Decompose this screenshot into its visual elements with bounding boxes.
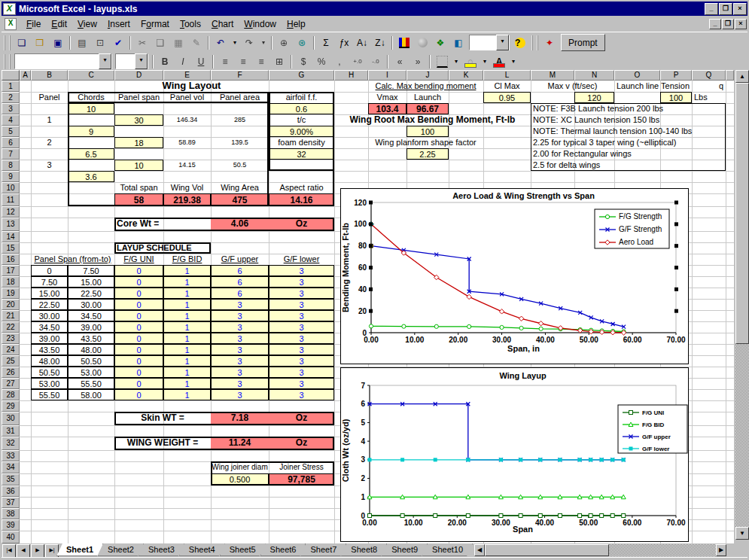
cell-D10[interactable]: Total span bbox=[114, 182, 163, 193]
cell-F22[interactable]: 3 bbox=[211, 321, 269, 333]
cell-F16[interactable]: G/F upper bbox=[211, 254, 269, 265]
cell-G3[interactable]: 0.6 bbox=[269, 103, 334, 114]
cell-G10[interactable]: Aspect ratio bbox=[269, 182, 334, 193]
cell-F34[interactable]: Wing joiner diam bbox=[211, 461, 269, 473]
cell-G22[interactable]: 3 bbox=[269, 321, 334, 333]
open-folder-icon[interactable]: ❒ bbox=[32, 35, 48, 50]
cell-D6[interactable]: 18 bbox=[114, 137, 163, 148]
close-button[interactable]: × bbox=[733, 3, 747, 15]
row-header-6[interactable]: 6 bbox=[2, 137, 20, 148]
cell-B22[interactable]: 34.50 bbox=[31, 321, 68, 333]
cell-P2[interactable]: 100 bbox=[660, 92, 692, 103]
row-header-1[interactable]: 1 bbox=[2, 81, 20, 92]
select-all-corner[interactable] bbox=[2, 70, 20, 81]
cell-D8[interactable]: 10 bbox=[114, 160, 163, 171]
row-header-13[interactable]: 13 bbox=[2, 218, 20, 231]
cell-L1[interactable]: Cl Max bbox=[483, 81, 531, 92]
row-header-7[interactable]: 7 bbox=[2, 148, 20, 160]
cell-N2[interactable]: 120 bbox=[574, 92, 614, 103]
toolbar-drag-handle[interactable] bbox=[531, 35, 538, 50]
cell-B6[interactable]: 2 bbox=[31, 137, 68, 148]
cell-B26[interactable]: 50.50 bbox=[31, 367, 68, 378]
sheet-tab-sheet2[interactable]: Sheet2 bbox=[98, 543, 144, 556]
cell-F32[interactable]: 11.24 bbox=[211, 437, 269, 450]
cell-D18[interactable]: 0 bbox=[114, 276, 163, 288]
column-header-H[interactable]: H bbox=[334, 70, 368, 81]
cell-Q1[interactable]: q bbox=[692, 81, 726, 92]
cell-C19[interactable]: 22.50 bbox=[68, 288, 114, 299]
menu-file[interactable]: File bbox=[21, 17, 46, 31]
cell-I1[interactable]: Calc. Max bending moment bbox=[368, 81, 483, 92]
map-icon[interactable] bbox=[414, 35, 431, 50]
row-header-17[interactable]: 17 bbox=[2, 265, 20, 276]
toolbar-drag-handle[interactable] bbox=[4, 35, 11, 50]
chart-wing-layup[interactable]: 012345670.0010.0020.0030.0040.0050.0060.… bbox=[340, 367, 689, 542]
horizontal-scroll-thumb[interactable] bbox=[485, 544, 609, 556]
fill-color-dropdown-icon[interactable]: ▾ bbox=[480, 54, 489, 69]
sheet-tab-sheet4[interactable]: Sheet4 bbox=[179, 543, 225, 556]
column-header-O[interactable]: O bbox=[614, 70, 660, 81]
column-header-P[interactable]: P bbox=[660, 70, 692, 81]
sheet-tab-sheet9[interactable]: Sheet9 bbox=[382, 543, 428, 556]
web-toolbar-icon[interactable]: ⊛ bbox=[294, 35, 310, 50]
row-header-28[interactable]: 28 bbox=[2, 389, 20, 400]
cell-E17[interactable]: 1 bbox=[163, 265, 211, 276]
cell-J5[interactable]: 100 bbox=[406, 126, 449, 137]
borders-icon[interactable] bbox=[434, 54, 450, 69]
last-sheet-button[interactable]: ▶| bbox=[45, 544, 59, 558]
cell-D19[interactable]: 0 bbox=[114, 288, 163, 299]
row-header-29[interactable]: 29 bbox=[2, 400, 20, 412]
cell-E6[interactable]: 58.89 bbox=[163, 137, 211, 148]
cell-C28[interactable]: 58.00 bbox=[68, 389, 114, 400]
cell-M5[interactable]: NOTE: Thermal launch tension 100-140 lbs bbox=[531, 126, 726, 137]
cell-C5[interactable]: 9 bbox=[68, 126, 114, 137]
workbook-restore-button[interactable]: ❐ bbox=[722, 19, 734, 29]
cell-I2[interactable]: Vmax bbox=[368, 92, 406, 103]
cell-E18[interactable]: 1 bbox=[163, 276, 211, 288]
cell-C9[interactable]: 3.6 bbox=[68, 171, 114, 182]
first-sheet-button[interactable]: |◀ bbox=[2, 544, 16, 558]
title-bar[interactable]: X Microsoft Excel - layups.xls _ ❐ × bbox=[2, 2, 747, 16]
row-header-16[interactable]: 16 bbox=[2, 254, 20, 265]
menu-format[interactable]: Format bbox=[135, 17, 175, 31]
cell-M1[interactable]: Max v (ft/sec) bbox=[531, 81, 614, 92]
cell-G16[interactable]: G/F lower bbox=[269, 254, 334, 265]
cell-C26[interactable]: 53.00 bbox=[68, 367, 114, 378]
cell-D24[interactable]: 0 bbox=[114, 344, 163, 355]
cell-E16[interactable]: F/G BID bbox=[163, 254, 211, 265]
cell-B2[interactable]: Panel bbox=[31, 92, 68, 103]
cell-E2[interactable]: Panel vol bbox=[163, 92, 211, 103]
cell-D25[interactable]: 0 bbox=[114, 355, 163, 367]
autosum-icon[interactable]: Σ bbox=[318, 35, 334, 50]
cell-G17[interactable]: 3 bbox=[269, 265, 334, 276]
currency-style-icon[interactable]: $ bbox=[295, 54, 312, 69]
cell-F21[interactable]: 3 bbox=[211, 310, 269, 321]
sort-descending-icon[interactable]: Z↓ bbox=[372, 35, 388, 50]
chart-aero-load-wing-strength-vs-span[interactable]: 0204060801001200.0010.0020.0030.0040.005… bbox=[340, 188, 689, 364]
column-header-F[interactable]: F bbox=[211, 70, 269, 81]
restore-button[interactable]: ❐ bbox=[719, 3, 732, 15]
row-header-3[interactable]: 3 bbox=[2, 103, 20, 114]
cell-D20[interactable]: 0 bbox=[114, 299, 163, 310]
row-header-20[interactable]: 20 bbox=[2, 299, 20, 310]
column-header-E[interactable]: E bbox=[163, 70, 211, 81]
cell-D32[interactable]: WING WEIGHT = bbox=[114, 437, 211, 450]
cell-F18[interactable]: 6 bbox=[211, 276, 269, 288]
cell-F35[interactable]: 0.500 bbox=[211, 473, 269, 485]
cell-G25[interactable]: 3 bbox=[269, 355, 334, 367]
font-name-dropdown[interactable]: ▾ bbox=[14, 53, 112, 69]
cell-B18[interactable]: 7.50 bbox=[31, 276, 68, 288]
cell-F25[interactable]: 3 bbox=[211, 355, 269, 367]
cell-B28[interactable]: 55.50 bbox=[31, 389, 68, 400]
font-size-dropdown-arrow[interactable]: ▾ bbox=[135, 53, 148, 69]
row-header-24[interactable]: 24 bbox=[2, 344, 20, 355]
cell-M8[interactable]: 2.5 for delta wings bbox=[531, 160, 726, 171]
cell-E26[interactable]: 1 bbox=[163, 367, 211, 378]
borders-dropdown-icon[interactable]: ▾ bbox=[452, 54, 461, 69]
prompt-button[interactable]: Prompt bbox=[561, 34, 605, 51]
menu-view[interactable]: View bbox=[72, 17, 102, 31]
cell-E11[interactable]: 219.38 bbox=[163, 193, 211, 206]
cell-D16[interactable]: F/G UNI bbox=[114, 254, 163, 265]
cell-G7[interactable]: 32 bbox=[269, 148, 334, 160]
cell-E10[interactable]: Wing Vol bbox=[163, 182, 211, 193]
